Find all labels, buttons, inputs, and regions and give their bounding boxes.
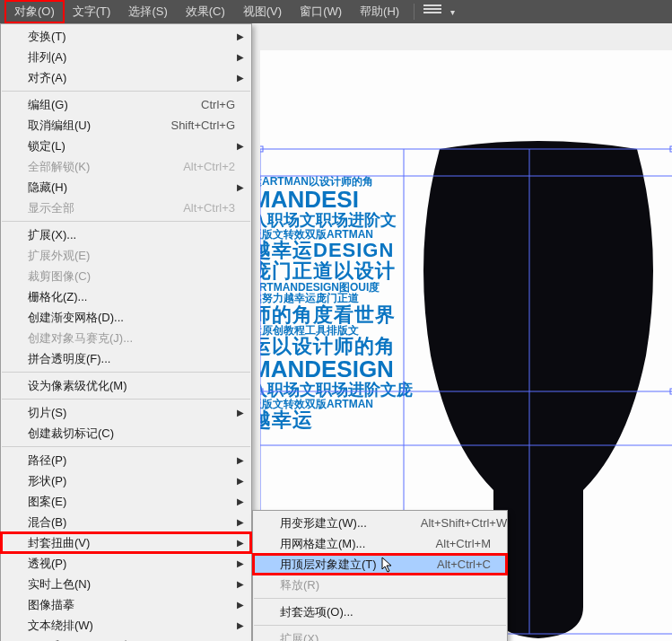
main-menu-item: 全部解锁(K)Alt+Ctrl+2 [1,156,251,177]
menu-item-label: 形状(P) [28,473,235,489]
main-menu-item[interactable]: 栅格化(Z)... [1,286,251,307]
main-menu-item[interactable]: 拼合透明度(F)... [1,348,251,369]
main-menu-item[interactable]: 文本绕排(W)▶ [1,615,251,636]
menu-window[interactable]: 窗口(W) [291,1,351,22]
sub-menu-item[interactable]: 封套选项(O)... [253,601,507,622]
main-menu-item[interactable]: 隐藏(H)▶ [1,177,251,198]
menu-item-label: 创建对象马赛克(J)... [28,330,235,347]
menu-item-label: 裁剪图像(C) [28,268,235,285]
main-menu-item[interactable]: Line 和 Sketch 图稿▶ [1,636,251,641]
submenu-arrow-icon: ▶ [237,141,244,151]
submenu-arrow-icon: ▶ [237,600,244,610]
menu-item-label: 排列(A) [28,49,235,66]
main-menu-item[interactable]: 混合(B)▶ [1,512,251,532]
menu-item-label: 用网格建立(M)... [280,536,436,552]
main-menu-item[interactable]: 扩展(X)... [1,224,251,245]
sub-menu-item: 扩展(X) [253,628,507,641]
menu-item-label: 创建裁切标记(C) [28,426,235,442]
object-menu: 变换(T)▶排列(A)▶对齐(A)▶编组(G)Ctrl+G取消编组(U)Shif… [0,23,252,641]
main-menu-item[interactable]: 图案(E)▶ [1,491,251,512]
submenu-arrow-icon: ▶ [237,182,244,192]
main-menu-item: 显示全部Alt+Ctrl+3 [1,198,251,218]
sub-menu-item[interactable]: 用顶层对象建立(T)Alt+Ctrl+C [253,554,507,575]
menu-separator [2,372,250,373]
menu-item-label: 创建渐变网格(D)... [28,310,235,326]
menu-item-label: 图案(E) [28,494,235,510]
menu-type[interactable]: 文字(T) [64,1,120,22]
main-menu-item[interactable]: 编组(G)Ctrl+G [1,94,251,115]
menu-item-label: 混合(B) [28,514,235,531]
submenu-arrow-icon: ▶ [237,476,244,486]
main-menu-item[interactable]: 形状(P)▶ [1,470,251,491]
menu-view[interactable]: 视图(V) [234,1,291,22]
menu-select[interactable]: 选择(S) [119,1,176,22]
main-menu-item[interactable]: 变换(T)▶ [1,26,251,47]
menu-item-label: 路径(P) [28,452,235,469]
menu-item-shortcut: Alt+Shift+Ctrl+W [421,516,507,530]
menu-item-label: 用变形建立(W)... [280,515,421,531]
submenu-arrow-icon: ▶ [237,52,244,62]
menu-item-label: Line 和 Sketch 图稿 [28,638,235,642]
menu-separator [254,625,506,626]
menu-item-shortcut: Alt+Ctrl+C [437,558,491,571]
envelope-distort-submenu: 用变形建立(W)...Alt+Shift+Ctrl+W用网格建立(M)...Al… [252,510,508,641]
menu-separator [254,598,506,599]
align-icon[interactable] [423,4,441,19]
menu-item-label: 释放(R) [280,577,491,593]
toolbar-icons: ▾ [423,4,458,19]
menu-item-label: 栅格化(Z)... [28,289,235,305]
menu-item-label: 封套选项(O)... [280,604,491,620]
menu-item-label: 扩展(X) [280,631,491,642]
menubar: 对象(O) 文字(T) 选择(S) 效果(C) 视图(V) 窗口(W) 帮助(H… [0,0,672,23]
sub-menu-item[interactable]: 用网格建立(M)...Alt+Ctrl+M [253,533,507,554]
menu-object[interactable]: 对象(O) [5,1,64,22]
main-menu-item[interactable]: 路径(P)▶ [1,450,251,470]
main-menu-item[interactable]: 排列(A)▶ [1,47,251,67]
menu-item-shortcut: Alt+Ctrl+3 [183,201,235,215]
main-menu-item[interactable]: 创建渐变网格(D)... [1,307,251,328]
menu-effect[interactable]: 效果(C) [177,1,234,22]
menu-item-label: 切片(S) [28,405,235,421]
menu-separator [2,91,250,92]
menu-item-label: 变换(T) [28,29,235,45]
menu-item-label: 拼合透明度(F)... [28,351,235,367]
menu-item-label: 实时上色(N) [28,576,235,593]
menu-item-label: 图像描摹 [28,597,235,613]
menu-item-label: 封套扭曲(V) [28,535,235,551]
main-menu-item[interactable]: 封套扭曲(V)▶ [1,532,251,553]
menu-item-label: 全部解锁(K) [28,159,183,175]
menu-item-label: 编组(G) [28,97,201,113]
submenu-arrow-icon: ▶ [237,31,244,41]
menu-item-label: 设为像素级优化(M) [28,378,235,394]
menubar-separator [414,4,415,20]
menu-item-label: 隐藏(H) [28,180,235,196]
menu-help[interactable]: 帮助(H) [351,1,408,22]
main-menu-item[interactable]: 对齐(A)▶ [1,67,251,88]
menu-item-label: 透视(P) [28,556,235,572]
submenu-arrow-icon: ▶ [237,73,244,83]
menu-separator [2,221,250,222]
sub-menu-item[interactable]: 用变形建立(W)...Alt+Shift+Ctrl+W [253,513,507,533]
menu-item-label: 用顶层对象建立(T) [280,557,437,573]
submenu-arrow-icon: ▶ [237,620,244,630]
main-menu-item[interactable]: 取消编组(U)Shift+Ctrl+G [1,115,251,136]
main-menu-item: 裁剪图像(C) [1,266,251,286]
menu-item-label: 对齐(A) [28,70,235,86]
main-menu-item[interactable]: 切片(S)▶ [1,402,251,423]
main-menu-item[interactable]: 设为像素级优化(M) [1,375,251,396]
main-menu-item[interactable]: 创建裁切标记(C) [1,423,251,443]
main-menu-item[interactable]: 实时上色(N)▶ [1,574,251,594]
main-menu-item: 创建对象马赛克(J)... [1,328,251,348]
submenu-arrow-icon: ▶ [237,558,244,568]
main-menu-item[interactable]: 透视(P)▶ [1,553,251,574]
menu-item-label: 文本绕排(W) [28,618,235,634]
main-menu-item[interactable]: 图像描摹▶ [1,594,251,615]
submenu-arrow-icon: ▶ [237,538,244,548]
menu-item-shortcut: Ctrl+G [201,98,235,111]
sub-menu-item: 释放(R) [253,575,507,595]
chevron-down-icon[interactable]: ▾ [447,7,458,17]
menu-item-label: 显示全部 [28,200,183,216]
main-menu-item[interactable]: 锁定(L)▶ [1,136,251,156]
menu-item-shortcut: Alt+Ctrl+2 [183,160,235,173]
menu-separator [2,446,250,447]
